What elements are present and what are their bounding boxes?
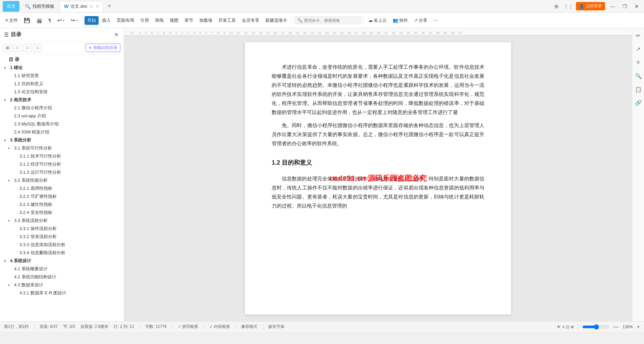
toc-expand-button[interactable]: □	[13, 44, 21, 52]
toc-item[interactable]: 4.2 系统功能结构设计	[0, 273, 124, 281]
restore-button[interactable]: ❐	[620, 2, 629, 11]
tab-close-icon[interactable]: ✕	[96, 4, 99, 9]
dev-menu-button[interactable]: 开发工具	[216, 16, 238, 25]
status-zoom-plus[interactable]: +	[637, 324, 640, 330]
insert-menu-button[interactable]: 插入	[99, 16, 113, 25]
view-list-icon[interactable]: ≡	[562, 325, 565, 329]
right-link-icon[interactable]: 🔗	[634, 98, 643, 107]
ruler-mark: 41	[456, 31, 464, 35]
review-menu-button[interactable]: 审阅	[152, 16, 166, 25]
redo-button[interactable]: ↪ ▾	[68, 16, 80, 25]
right-arrow-icon[interactable]: ↗	[634, 44, 643, 54]
format-button[interactable]: ¶	[46, 16, 54, 24]
tab-add-button[interactable]: +	[105, 2, 114, 11]
search-bar[interactable]: 🔍	[294, 16, 361, 24]
minimize-button[interactable]: —	[608, 2, 617, 11]
file-menu-button[interactable]: ≡ 文件	[3, 16, 20, 25]
toc-nav-button[interactable]: ⊞	[3, 44, 11, 52]
toc-item[interactable]: 3.3.4 信息删除流程分析	[0, 249, 124, 257]
vip-menu-button[interactable]: 会员专享	[239, 16, 262, 25]
additem-menu-button[interactable]: 加载项	[197, 16, 215, 25]
status-content[interactable]: ✓ 内容检查	[209, 324, 230, 330]
ref-menu-button[interactable]: 引用	[138, 16, 152, 25]
toc-item-label: 2.4 SSM 框架介绍	[14, 129, 120, 135]
additem-label: 加载项	[199, 17, 212, 23]
toc-item-label: 3 系统分析	[10, 137, 120, 143]
toc-smart-button[interactable]: ✦ 智能识别目录	[86, 44, 120, 52]
doc-heading-1-2[interactable]: 1.2 目的和意义	[272, 157, 484, 168]
right-list-icon[interactable]: ≡	[634, 58, 643, 67]
cloud-button[interactable]: ☁ 未上云	[366, 16, 389, 25]
toc-item[interactable]: 1.3 论文结构安排	[0, 88, 124, 96]
tab-template[interactable]: 🔍 找稻壳模板	[21, 1, 58, 12]
view-zoom-icon[interactable]: ⊕	[571, 325, 574, 329]
toc-item[interactable]: ▾4 系统设计	[0, 257, 124, 265]
sidebar-close-button[interactable]: ✕	[113, 31, 120, 39]
grid-icon[interactable]: ⋮⋮	[564, 2, 573, 11]
more-button[interactable]: ⋯	[431, 16, 440, 24]
right-clipboard-icon[interactable]: 📋	[634, 84, 643, 94]
register-button[interactable]: 👤 立即登录	[576, 2, 605, 10]
toc-more-button[interactable]: □	[34, 44, 42, 52]
toc-item[interactable]: ▾1 绪论	[0, 64, 124, 72]
toc-item[interactable]: 3.1.2 经济可行性分析	[0, 160, 124, 168]
toc-item[interactable]: 2.4 SSM 框架介绍	[0, 128, 124, 136]
toc-item-label: 1.2 目的和意义	[14, 81, 120, 87]
status-zoom-minus[interactable]: —	[613, 324, 619, 330]
toc-item[interactable]: 1.2 目的和意义	[0, 80, 124, 88]
toc-item[interactable]: 4.3.1 数据库 E-R 图设计	[0, 289, 124, 297]
status-spell[interactable]: ✓ 拼写检查	[178, 324, 198, 330]
toc-item[interactable]: ▾3 系统分析	[0, 136, 124, 144]
search-input[interactable]	[304, 18, 358, 23]
toc-item[interactable]: ▾3.2 系统性能分析	[0, 176, 124, 184]
toc-item[interactable]: 3.3.2 登录流程分析	[0, 233, 124, 241]
toc-item[interactable]: 3.2.3 健壮性指标	[0, 200, 124, 209]
layout-menu-button[interactable]: 页面布局	[114, 16, 137, 25]
doc-para-1[interactable]: 术进行信息革命，改变传统的纸质化，需要人手工处理工作事务的办公环境。软件信息技术…	[272, 62, 484, 117]
doc-scroll[interactable]: code51.cn 源码乐园盗图必究 术进行信息革命，改变传统的纸质化，需要人手…	[124, 36, 632, 321]
share-button[interactable]: ↗ 分享	[411, 16, 430, 25]
layout-icon[interactable]: ⊞	[552, 2, 561, 11]
toc-item[interactable]: ▾4.3 数据库设计	[0, 281, 124, 289]
doc-page[interactable]: code51.cn 源码乐园盗图必究 术进行信息革命，改变传统的纸质化，需要人手…	[245, 42, 511, 314]
toc-item[interactable]: 目 录	[0, 56, 124, 64]
toc-item[interactable]: 3.2.1 易用性指标	[0, 184, 124, 192]
zoom-slider[interactable]	[582, 324, 609, 330]
right-edit-icon[interactable]: ✏	[634, 31, 643, 40]
toc-item[interactable]: 3.1.3 运行可行性分析	[0, 168, 124, 176]
save-button[interactable]: 💾	[21, 16, 33, 25]
view-label: 视图	[170, 17, 178, 23]
toc-item[interactable]: 3.3.1 操作流程分析	[0, 225, 124, 233]
view-menu-button[interactable]: 视图	[167, 16, 181, 25]
toc-item[interactable]: 1.1 研究背景	[0, 72, 124, 80]
toc-item[interactable]: ▾3.3 系统流程分析	[0, 217, 124, 225]
toc-item[interactable]: 3.3.3 信息添加流程分析	[0, 241, 124, 249]
chapter-menu-button[interactable]: 章节	[182, 16, 196, 25]
toc-item[interactable]: 3.1.1 技术可行性分析	[0, 152, 124, 160]
toc-item-label: 2.3 uni-app 介绍	[14, 113, 120, 119]
toc-item[interactable]: 3.2.4 安全性指标	[0, 209, 124, 217]
toc-item[interactable]: 2.3 uni-app 介绍	[0, 112, 124, 120]
undo-button[interactable]: ↩ ▾	[55, 16, 67, 25]
toc-item[interactable]: 4.1 系统概要设计	[0, 265, 124, 273]
toc-item[interactable]: 3.2.2 可扩展性指标	[0, 192, 124, 200]
toc-item[interactable]: 2.1 微信小程序介绍	[0, 104, 124, 112]
start-menu-button[interactable]: 开始	[85, 16, 99, 25]
newtab-menu-button[interactable]: 新建选项卡	[263, 16, 290, 25]
toc-style-button[interactable]: □	[23, 44, 32, 52]
collab-button[interactable]: 👥 协作	[390, 16, 411, 25]
toc-item[interactable]: ▾3.1 系统可行性分析	[0, 144, 124, 152]
tab-home[interactable]: 首页	[3, 1, 19, 12]
print-button[interactable]: 🖨️	[34, 16, 45, 25]
right-search-icon[interactable]: 🔍	[634, 71, 643, 80]
toc-item[interactable]: 2.3 MySQL 数据库介绍	[0, 120, 124, 128]
toc-item-label: 2 相关技术	[10, 97, 120, 103]
close-button[interactable]: ✕	[632, 2, 641, 11]
view-eye-icon[interactable]: 👁	[557, 325, 561, 329]
tab-doc[interactable]: W 论文.doc ⊡ ✕	[60, 1, 103, 12]
toc-item[interactable]: ▾2 相关技术	[0, 96, 124, 104]
doc-para-2[interactable]: 免。同时，微信小程序社团微信小程序的数据库里面存储的各种动态信息，也为上层管理人…	[272, 121, 484, 148]
view-grid-icon[interactable]: ⊡	[566, 325, 569, 329]
doc-para-3[interactable]: 信息数据的处理完全依赖人工进行操作，会耗费大量的人工成本，特别是面对大量的数据信…	[272, 174, 484, 210]
status-sep-2	[140, 324, 140, 330]
